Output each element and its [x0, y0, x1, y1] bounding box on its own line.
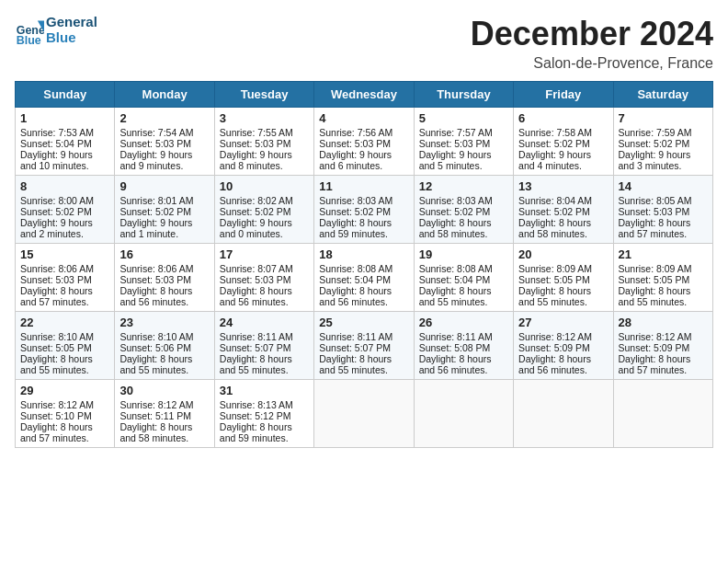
day-number: 15 [20, 247, 109, 261]
sunset-text: Sunset: 5:03 PM [220, 138, 291, 149]
calendar-week-row: 8Sunrise: 8:00 AMSunset: 5:02 PMDaylight… [16, 176, 713, 244]
sunrise-text: Sunrise: 7:54 AM [119, 127, 193, 138]
day-number: 21 [619, 247, 708, 261]
calendar-day-cell: 27Sunrise: 8:12 AMSunset: 5:09 PMDayligh… [514, 312, 613, 380]
calendar-day-cell: 5Sunrise: 7:57 AMSunset: 5:03 PMDaylight… [414, 108, 513, 176]
daylight-text: Daylight: 8 hours and 56 minutes. [518, 353, 591, 375]
sunrise-text: Sunrise: 8:00 AM [20, 195, 94, 206]
sunset-text: Sunset: 5:02 PM [518, 138, 590, 149]
sunset-text: Sunset: 5:12 PM [220, 410, 291, 421]
day-number: 14 [619, 179, 708, 193]
calendar-week-row: 29Sunrise: 8:12 AMSunset: 5:10 PMDayligh… [16, 380, 713, 448]
sunset-text: Sunset: 5:03 PM [20, 274, 92, 285]
daylight-text: Daylight: 9 hours and 0 minutes. [220, 217, 292, 239]
daylight-text: Daylight: 8 hours and 55 minutes. [119, 353, 192, 375]
sunrise-text: Sunrise: 8:04 AM [518, 195, 592, 206]
sunrise-text: Sunrise: 8:12 AM [20, 399, 94, 410]
daylight-text: Daylight: 8 hours and 55 minutes. [619, 285, 691, 307]
sunrise-text: Sunrise: 8:06 AM [119, 263, 193, 274]
daylight-text: Daylight: 8 hours and 59 minutes. [319, 217, 392, 239]
calendar-day-cell: 10Sunrise: 8:02 AMSunset: 5:02 PMDayligh… [214, 176, 313, 244]
calendar-day-cell: 26Sunrise: 8:11 AMSunset: 5:08 PMDayligh… [414, 312, 513, 380]
calendar-day-cell: 3Sunrise: 7:55 AMSunset: 5:03 PMDaylight… [214, 108, 313, 176]
sunset-text: Sunset: 5:03 PM [319, 138, 391, 149]
day-number: 30 [119, 384, 209, 397]
day-number: 1 [20, 111, 109, 125]
daylight-text: Daylight: 8 hours and 57 minutes. [20, 421, 93, 443]
day-number: 2 [119, 111, 209, 125]
sunset-text: Sunset: 5:02 PM [220, 206, 291, 217]
daylight-text: Daylight: 8 hours and 58 minutes. [518, 217, 591, 239]
sunrise-text: Sunrise: 8:07 AM [220, 263, 293, 274]
sunrise-text: Sunrise: 8:11 AM [220, 331, 293, 342]
calendar-day-cell: 30Sunrise: 8:12 AMSunset: 5:11 PMDayligh… [115, 380, 214, 448]
calendar-week-row: 1Sunrise: 7:53 AMSunset: 5:04 PMDaylight… [16, 108, 713, 176]
day-number: 26 [419, 316, 508, 329]
sunrise-text: Sunrise: 8:11 AM [419, 331, 493, 342]
sunset-text: Sunset: 5:02 PM [619, 138, 690, 149]
calendar-day-cell: 28Sunrise: 8:12 AMSunset: 5:09 PMDayligh… [613, 312, 712, 380]
day-number: 5 [419, 111, 508, 125]
calendar-day-cell: 23Sunrise: 8:10 AMSunset: 5:06 PMDayligh… [115, 312, 214, 380]
sunrise-text: Sunrise: 8:01 AM [119, 195, 193, 206]
sunrise-text: Sunrise: 7:53 AM [20, 127, 94, 138]
daylight-text: Daylight: 8 hours and 55 minutes. [419, 285, 492, 307]
calendar-day-cell: 17Sunrise: 8:07 AMSunset: 5:03 PMDayligh… [214, 244, 313, 312]
sunset-text: Sunset: 5:02 PM [319, 206, 391, 217]
daylight-text: Daylight: 8 hours and 56 minutes. [119, 285, 192, 307]
calendar-day-cell: 19Sunrise: 8:08 AMSunset: 5:04 PMDayligh… [414, 244, 513, 312]
calendar-week-row: 22Sunrise: 8:10 AMSunset: 5:05 PMDayligh… [16, 312, 713, 380]
sunrise-text: Sunrise: 8:09 AM [518, 263, 592, 274]
sunset-text: Sunset: 5:02 PM [518, 206, 590, 217]
calendar-day-cell: 29Sunrise: 8:12 AMSunset: 5:10 PMDayligh… [16, 380, 115, 448]
sunset-text: Sunset: 5:05 PM [619, 274, 690, 285]
day-number: 9 [119, 179, 209, 193]
calendar-day-cell [314, 380, 414, 448]
daylight-text: Daylight: 8 hours and 58 minutes. [119, 421, 192, 443]
calendar-header-row: SundayMondayTuesdayWednesdayThursdayFrid… [16, 82, 713, 108]
calendar-day-cell: 6Sunrise: 7:58 AMSunset: 5:02 PMDaylight… [514, 108, 613, 176]
sunset-text: Sunset: 5:09 PM [518, 342, 590, 353]
daylight-text: Daylight: 9 hours and 5 minutes. [419, 149, 492, 171]
daylight-text: Daylight: 8 hours and 55 minutes. [20, 353, 93, 375]
logo: General Blue General Blue [15, 15, 97, 45]
calendar-day-cell: 24Sunrise: 8:11 AMSunset: 5:07 PMDayligh… [214, 312, 313, 380]
calendar-subtitle: Salon-de-Provence, France [471, 55, 713, 72]
day-number: 18 [319, 247, 408, 261]
calendar-day-cell: 16Sunrise: 8:06 AMSunset: 5:03 PMDayligh… [115, 244, 214, 312]
day-number: 22 [20, 316, 109, 329]
calendar-day-cell: 2Sunrise: 7:54 AMSunset: 5:03 PMDaylight… [115, 108, 214, 176]
sunrise-text: Sunrise: 8:13 AM [220, 399, 293, 410]
sunset-text: Sunset: 5:02 PM [20, 206, 92, 217]
sunrise-text: Sunrise: 8:12 AM [518, 331, 592, 342]
day-number: 3 [220, 111, 309, 125]
sunrise-text: Sunrise: 7:55 AM [220, 127, 293, 138]
sunrise-text: Sunrise: 8:10 AM [20, 331, 94, 342]
day-number: 7 [619, 111, 708, 125]
daylight-text: Daylight: 8 hours and 56 minutes. [419, 353, 492, 375]
day-number: 31 [220, 384, 309, 397]
sunset-text: Sunset: 5:05 PM [20, 342, 92, 353]
day-of-week-header: Wednesday [314, 82, 414, 108]
sunset-text: Sunset: 5:02 PM [419, 206, 491, 217]
sunset-text: Sunset: 5:04 PM [319, 274, 391, 285]
sunset-text: Sunset: 5:03 PM [419, 138, 491, 149]
sunrise-text: Sunrise: 8:12 AM [619, 331, 692, 342]
calendar-day-cell [514, 380, 613, 448]
daylight-text: Daylight: 8 hours and 55 minutes. [319, 353, 392, 375]
sunset-text: Sunset: 5:03 PM [119, 274, 191, 285]
day-number: 13 [518, 179, 608, 193]
calendar-table: SundayMondayTuesdayWednesdayThursdayFrid… [15, 81, 713, 448]
day-number: 23 [119, 316, 209, 329]
svg-text:Blue: Blue [17, 34, 41, 47]
daylight-text: Daylight: 8 hours and 57 minutes. [619, 217, 691, 239]
sunrise-text: Sunrise: 8:11 AM [319, 331, 392, 342]
daylight-text: Daylight: 8 hours and 56 minutes. [319, 285, 392, 307]
sunrise-text: Sunrise: 8:09 AM [619, 263, 692, 274]
calendar-week-row: 15Sunrise: 8:06 AMSunset: 5:03 PMDayligh… [16, 244, 713, 312]
daylight-text: Daylight: 9 hours and 8 minutes. [220, 149, 292, 171]
calendar-day-cell [414, 380, 513, 448]
sunrise-text: Sunrise: 7:58 AM [518, 127, 592, 138]
calendar-day-cell: 8Sunrise: 8:00 AMSunset: 5:02 PMDaylight… [16, 176, 115, 244]
sunrise-text: Sunrise: 8:08 AM [319, 263, 392, 274]
